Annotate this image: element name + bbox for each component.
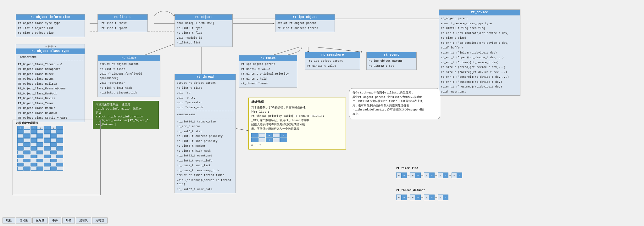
oc-field-3: RT_Object_Class_Mutex bbox=[18, 72, 83, 77]
mu-field-0: rt_ipc_object parent bbox=[241, 62, 295, 67]
svg-line-6 bbox=[318, 47, 362, 52]
rt-thread-defunct-label: rt_thread_defunct bbox=[396, 189, 425, 192]
mu-field-4: rt_thread *owner bbox=[241, 82, 295, 87]
tag-mutex: 互斥量 bbox=[32, 218, 48, 223]
tag-thread: 线程 bbox=[3, 218, 15, 223]
rt-ipc-object-header: rt_ipc_object bbox=[275, 14, 335, 20]
oc-field-9: RT_Object_Class_Timer bbox=[18, 101, 83, 106]
th-field-3: void *entry bbox=[177, 96, 234, 101]
th-field-8: rt_err_t error bbox=[177, 124, 234, 129]
oc-field-11: RT_Object_Class_Unknown bbox=[18, 111, 83, 116]
rt-thread-defunct-viz: ← → → ← → → ← → → ← → bbox=[396, 195, 448, 200]
rt-object-header: rt_object bbox=[175, 14, 232, 20]
d-field-12: rt_err_t (*control)(rt_device_t dev,...) bbox=[441, 75, 518, 80]
rt-device-box: rt_device rt_object parent enum rt_devic… bbox=[439, 9, 520, 96]
rt-event-body: rt_ipc_object parent rt_uint32_t set bbox=[367, 58, 416, 70]
rt-device-header: rt_device bbox=[439, 10, 520, 15]
th-field-9: rt_uint8_t stat bbox=[177, 129, 234, 134]
rt-object-class-type-body: -memberName RT_Object_Class_Thread = 0 R… bbox=[16, 54, 85, 122]
rt-timer-box: rt_timer struct rt_object parent rt_list… bbox=[97, 55, 160, 97]
ev-field-1: rt_uint32_t set bbox=[369, 64, 414, 69]
d-field-6: void* buffer) bbox=[441, 46, 518, 51]
th-field-7: rt_uint16_t tstack_size bbox=[177, 120, 234, 125]
d-field-5: rt_err_t (*tx_complete)(rt_device_t dev, bbox=[441, 41, 518, 46]
th-field-13: rt_uint8_t high_mask bbox=[177, 149, 234, 154]
sem-field-1: rt_uint16_t value bbox=[307, 64, 358, 69]
th-field-10: rt_uint8_t current_priority bbox=[177, 134, 234, 139]
field-1: rt_object_class_type type bbox=[18, 21, 83, 26]
mu-field-1: rt_uint16_t value bbox=[241, 67, 295, 72]
stereotype-label: <<枚举>> bbox=[16, 44, 85, 48]
rt-event-box: rt_event rt_ipc_object parent rt_uint32_… bbox=[366, 52, 417, 70]
tm-field-5: rt_tick_t timeout_tick bbox=[100, 91, 158, 96]
rt-semaphore-box: rt_semaphore _rt_ipc_object parent rt_ui… bbox=[305, 52, 360, 70]
field-module: void *module_id bbox=[177, 36, 230, 41]
th-field-12: rt_uint8_t number bbox=[177, 144, 234, 149]
rt-timer-header: rt_timer bbox=[98, 55, 160, 61]
mu-field-3: rt_uint8_t hold bbox=[241, 77, 295, 82]
th-field-18: struct rt_timer thread_timer bbox=[177, 173, 234, 178]
tag-msgqueue: 消息队 bbox=[76, 218, 91, 223]
mu-field-2: rt_uint8_t original_priority bbox=[241, 72, 295, 77]
rt-object-information-header: rt_object_information bbox=[16, 14, 85, 20]
oc-field-6: RT_Object_Class_MessageQueue bbox=[18, 87, 83, 92]
tm-field-0: struct rt_object parent bbox=[100, 62, 158, 67]
field-parent: struct rt_object parent bbox=[277, 21, 333, 26]
rt-device-body: rt_object parent enum rt_device_class_ty… bbox=[439, 15, 520, 95]
field-2: rt_list_t object_list bbox=[18, 26, 83, 31]
field-name: char name[RT_NAME_MAX] bbox=[177, 21, 230, 26]
field-prev: _rt_list_t *prev bbox=[100, 26, 146, 31]
th-field-6: -memberName bbox=[177, 112, 234, 117]
tm-field-2: void (*timeout_func)(void *parameter) bbox=[100, 72, 158, 81]
th-field-17: rt_ubase_t remaining_tick bbox=[177, 168, 234, 173]
d-field-9: rt_err_t (*close)(rt_device_t dev) bbox=[441, 60, 518, 65]
oc-field-7: RT_Object_Class_MemPool bbox=[18, 92, 83, 97]
field-suspend: rt_list_t suspend_thread bbox=[277, 26, 333, 31]
yellow-text: 对于任务数小于32的线程，所有就绪任务通 过rt_list_t rt_threa… bbox=[251, 106, 343, 131]
ev-field-0: rt_ipc_object parent bbox=[369, 59, 414, 64]
rt-mutex-box: rt_mutex rt_ipc_object parent rt_uint16_… bbox=[239, 55, 297, 88]
green-text: 内核对象管理系统, 这里用rt_object_information 数组来实现… bbox=[96, 103, 156, 127]
th-field-5: void *stack_addr bbox=[177, 105, 234, 110]
d-field-15: void *user_data bbox=[441, 90, 518, 95]
diagram-container: rt_object_information rt_object_class_ty… bbox=[0, 0, 644, 226]
rt-semaphore-header: rt_semaphore bbox=[305, 52, 360, 58]
rt-timer-list-viz: ← → → ← → → ← → → ← → → ← → bbox=[396, 172, 462, 178]
oc-field-1: RT_Object_Class_Thread = 0 bbox=[18, 62, 83, 67]
th-field-1: rt_list_t tlist bbox=[177, 86, 234, 91]
d-field-10: rt_size_t (*read)(rt_device_t dev,...) bbox=[441, 65, 518, 70]
th-field-20: rt_uint32_t user_data bbox=[177, 187, 234, 192]
th-field-16: rt_ubase_t init_tick bbox=[177, 163, 234, 168]
th-field-19: void (*cleanup)(struct rt_thread *tid) bbox=[177, 178, 234, 187]
d-field-3: rt_err_t (*rx_indicate)(rt_device_t dev, bbox=[441, 31, 518, 36]
d-field-1: enum rt_device_class_type type bbox=[441, 21, 518, 26]
rt-list-t-header: rt_list_t bbox=[98, 14, 147, 20]
tag-mailbox: 邮箱 bbox=[62, 218, 75, 223]
rt-list-t-body: _rt_list_t *next _rt_list_t *prev bbox=[98, 20, 147, 32]
bottom-tags: 线程 信号量 互斥量 事件 邮箱 消息队 定时器 bbox=[3, 218, 108, 223]
rt-semaphore-body: _rt_ipc_object parent rt_uint16_t value bbox=[305, 58, 360, 70]
th-field-0: struct rt_object parent bbox=[177, 81, 234, 86]
field-next: _rt_list_t *next bbox=[100, 21, 146, 26]
rt-timer-body: struct rt_object parent rt_list_t tlist … bbox=[98, 61, 160, 97]
rt-mutex-header: rt_mutex bbox=[239, 55, 297, 61]
oc-field-2: RT_Object_Class_Semaphore bbox=[18, 67, 83, 72]
rt-object-information-box: rt_object_information rt_object_class_ty… bbox=[16, 14, 85, 37]
priority-labels: 012... bbox=[251, 144, 343, 147]
tag-semaphore: 信号量 bbox=[16, 218, 31, 223]
oc-field-8: RT_Object_Class_Device bbox=[18, 96, 83, 101]
rt-thread-box: rt_thread struct rt_object parent rt_lis… bbox=[175, 74, 236, 193]
field-type: rt_uint8_t type bbox=[177, 26, 230, 31]
field-flag: rt_uint8_t flag bbox=[177, 31, 230, 36]
ready-thread-box: 就绪线程 对于任务数小于32的线程，所有就绪任务通 过rt_list_t rt_… bbox=[248, 98, 346, 150]
sem-field-0: _rt_ipc_object parent bbox=[307, 59, 358, 64]
yellow-title: 就绪线程 bbox=[251, 100, 343, 105]
d-field-4: rt_size_t size) bbox=[441, 36, 518, 41]
rt-list-t-box: rt_list_t _rt_list_t *next _rt_list_t *p… bbox=[97, 14, 148, 32]
rt-ipc-object-body: struct rt_object parent rt_list_t suspen… bbox=[275, 20, 335, 32]
th-field-4: void *parameter bbox=[177, 100, 234, 105]
rt-timer-list-label: rt_timer_list bbox=[396, 167, 418, 170]
tm-field-4: rt_tick_t init_tick bbox=[100, 86, 158, 91]
th-field-2: void *sp bbox=[177, 91, 234, 96]
rt-ipc-object-box: rt_ipc_object struct rt_object parent rt… bbox=[275, 14, 335, 32]
